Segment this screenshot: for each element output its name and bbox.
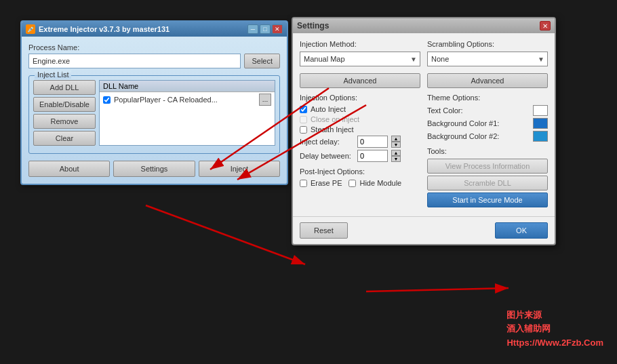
text-color-swatch[interactable] <box>533 105 548 116</box>
reset-button[interactable]: Reset <box>300 222 348 239</box>
inject-delay-row: Inject delay: ▲ ▼ <box>300 136 420 148</box>
settings-close-button[interactable]: ✕ <box>540 21 551 31</box>
delay-between-input[interactable] <box>357 150 388 162</box>
close-on-inject-checkbox[interactable] <box>300 116 307 123</box>
svg-line-4 <box>366 288 509 291</box>
dll-column-label: DLL Name <box>103 82 138 90</box>
view-process-button[interactable]: View Process Information <box>427 159 548 174</box>
app-icon: 💉 <box>26 24 35 34</box>
scramble-dll-button[interactable]: Scramble DLL <box>427 176 548 190</box>
auto-inject-label: Auto Inject <box>311 105 346 113</box>
dll-table-header: DLL Name <box>100 81 275 92</box>
settings-button[interactable]: Settings <box>113 161 195 177</box>
close-on-inject-row: Close on inject <box>300 115 420 123</box>
settings-title: Settings <box>297 21 329 31</box>
scrambling-select[interactable]: None <box>427 52 548 66</box>
dll-table-row[interactable]: PopularPlayer - CA Reloaded... … <box>100 92 275 107</box>
process-section: Process Name: Select <box>28 43 280 68</box>
watermark-line3: Https://Www.2Fzb.Com <box>506 336 603 350</box>
process-input[interactable] <box>28 54 241 68</box>
bg-color2-label: Background Color #2: <box>427 132 499 140</box>
text-color-label: Text Color: <box>427 106 463 115</box>
injection-options-label: Injection Options: <box>300 94 420 102</box>
injection-method-select[interactable]: Manual Map Standard Injection <box>300 52 420 66</box>
watermark: 图片来源 酒入辅助网 Https://Www.2Fzb.Com <box>506 308 603 350</box>
delay-between-row: Delay between: ▲ ▼ <box>300 150 420 162</box>
hide-module-label: Hide Module <box>359 179 401 187</box>
inject-delay-up[interactable]: ▲ <box>391 136 401 142</box>
enable-disable-button[interactable]: Enable/Disable <box>33 97 96 112</box>
theme-options-label: Theme Options: <box>427 94 548 102</box>
scrambling-options-label: Scrambling Options: <box>427 40 548 48</box>
bg-color2-row: Background Color #2: <box>427 131 548 142</box>
delay-between-down[interactable]: ▼ <box>391 156 401 162</box>
auto-inject-row: Auto Inject <box>300 105 420 113</box>
inject-button[interactable]: Inject <box>199 161 280 177</box>
delay-between-up[interactable]: ▲ <box>391 150 401 156</box>
hide-module-checkbox[interactable] <box>349 180 356 187</box>
inject-delay-label: Inject delay: <box>300 138 354 146</box>
inject-delay-input[interactable] <box>357 136 388 148</box>
bg-color1-row: Background Color #1: <box>427 118 548 129</box>
secure-mode-button[interactable]: Start in Secure Mode <box>427 193 548 207</box>
injection-method-label: Injection Method: <box>300 40 420 48</box>
erase-pe-row: Erase PE <box>300 179 342 187</box>
inject-list-group: Inject List Add DLL Enable/Disable Remov… <box>28 75 280 154</box>
scrambling-wrapper: None ▼ <box>427 52 548 66</box>
inject-controls: Add DLL Enable/Disable Remove Clear DLL … <box>33 80 275 146</box>
minimize-button[interactable]: ─ <box>247 24 258 34</box>
injector-titlebar: 💉 Extreme Injector v3.7.3 by master131 ─… <box>22 22 287 37</box>
bg-color1-label: Background Color #1: <box>427 119 499 127</box>
post-inject-section: Post-Inject Options: Erase PE Hide Modul… <box>300 167 420 189</box>
watermark-line2: 酒入辅助网 <box>506 322 603 336</box>
settings-footer: Reset OK <box>293 216 555 244</box>
settings-left-column: Injection Method: Manual Map Standard In… <box>300 40 420 209</box>
delay-between-label: Delay between: <box>300 152 354 160</box>
about-button[interactable]: About <box>28 161 110 177</box>
advanced-button-1[interactable]: Advanced <box>300 73 420 88</box>
process-label: Process Name: <box>28 43 280 52</box>
titlebar-left: 💉 Extreme Injector v3.7.3 by master131 <box>26 24 170 34</box>
close-on-inject-label: Close on inject <box>311 115 359 123</box>
bottom-buttons: About Settings Inject <box>28 161 280 177</box>
advanced-button-2[interactable]: Advanced <box>427 73 548 88</box>
theme-options: Theme Options: Text Color: Background Co… <box>427 94 548 142</box>
text-color-row: Text Color: <box>427 105 548 116</box>
inject-delay-down[interactable]: ▼ <box>391 142 401 148</box>
post-inject-row: Erase PE Hide Module <box>300 179 420 189</box>
stealth-inject-checkbox[interactable] <box>300 126 307 134</box>
settings-right-column: Scrambling Options: None ▼ Advanced Them… <box>427 40 548 209</box>
close-button[interactable]: ✕ <box>272 24 283 34</box>
dll-name: PopularPlayer - CA Reloaded... <box>114 96 256 104</box>
auto-inject-checkbox[interactable] <box>300 106 307 113</box>
bg-color2-swatch[interactable] <box>533 131 548 142</box>
clear-button[interactable]: Clear <box>33 131 96 146</box>
titlebar-buttons: ─ □ ✕ <box>247 24 283 34</box>
scrambling-section: Scrambling Options: None ▼ Advanced <box>427 40 548 88</box>
injection-options: Injection Options: Auto Inject Close on … <box>300 94 420 162</box>
inject-btn-col: Add DLL Enable/Disable Remove Clear <box>33 80 96 146</box>
post-inject-label: Post-Inject Options: <box>300 167 420 176</box>
dll-table-area: DLL Name PopularPlayer - CA Reloaded... … <box>99 80 275 146</box>
remove-button[interactable]: Remove <box>33 114 96 129</box>
inject-list-label: Inject List <box>35 70 71 79</box>
injector-body: Process Name: Select Inject List Add DLL… <box>22 37 287 184</box>
stealth-inject-label: Stealth Inject <box>311 125 354 134</box>
delay-between-spinner: ▲ ▼ <box>391 150 401 162</box>
tools-section: Tools: View Process Information Scramble… <box>427 147 548 209</box>
erase-pe-label: Erase PE <box>311 179 342 187</box>
select-button[interactable]: Select <box>244 54 280 68</box>
watermark-line1: 图片来源 <box>506 308 603 323</box>
ok-button[interactable]: OK <box>495 222 548 239</box>
dll-browse-button[interactable]: … <box>259 94 271 106</box>
svg-line-3 <box>146 205 305 264</box>
dll-checkbox[interactable] <box>103 96 111 104</box>
injector-title: Extreme Injector v3.7.3 by master131 <box>39 25 170 33</box>
erase-pe-checkbox[interactable] <box>300 180 307 187</box>
injector-window: 💉 Extreme Injector v3.7.3 by master131 ─… <box>20 20 288 185</box>
add-dll-button[interactable]: Add DLL <box>33 80 96 95</box>
tools-label: Tools: <box>427 147 548 155</box>
bg-color1-swatch[interactable] <box>533 118 548 129</box>
maximize-button[interactable]: □ <box>260 24 271 34</box>
settings-body: Injection Method: Manual Map Standard In… <box>293 33 555 216</box>
